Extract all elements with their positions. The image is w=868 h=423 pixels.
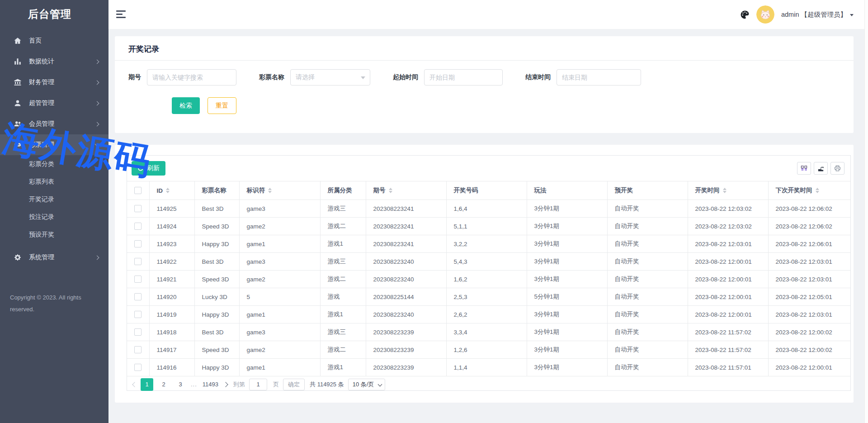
- sidebar-item-label: 数据统计: [29, 57, 95, 66]
- table-cell: Happy 3D: [194, 235, 239, 253]
- sidebar-item-lottery[interactable]: 彩票管理: [0, 134, 108, 155]
- sort-icon[interactable]: [723, 188, 726, 194]
- table-cell: 1,6,4: [446, 200, 527, 218]
- row-select-cell: [127, 323, 149, 341]
- row-checkbox[interactable]: [134, 205, 142, 212]
- page-button[interactable]: 11493: [201, 378, 220, 391]
- row-checkbox[interactable]: [134, 240, 142, 247]
- sidebar-item-finance[interactable]: 财务管理: [0, 72, 108, 93]
- end-date-input[interactable]: [557, 69, 641, 86]
- table-cell: game1: [239, 359, 320, 376]
- table-header-cell[interactable]: 标识符: [239, 181, 320, 200]
- theme-palette-icon[interactable]: [740, 10, 750, 19]
- table-cell: 202308223239: [366, 341, 446, 359]
- goto-label: 到第: [233, 380, 245, 389]
- row-select-cell: [127, 200, 149, 218]
- table-cell: 3分钟1期: [527, 253, 607, 271]
- refresh-button[interactable]: 刷新: [132, 161, 165, 176]
- confirm-button[interactable]: 确定: [283, 379, 305, 390]
- page-scrollbar[interactable]: [864, 0, 868, 423]
- table-cell: 114916: [149, 359, 194, 376]
- row-checkbox[interactable]: [134, 223, 142, 230]
- table-cell: 3分钟1期: [527, 323, 607, 341]
- sidebar-toggle-button[interactable]: [116, 10, 126, 20]
- table-cell: 3分钟1期: [527, 306, 607, 323]
- lottery-name-select[interactable]: 请选择: [290, 69, 370, 86]
- sidebar-item-home[interactable]: 首页: [0, 30, 108, 51]
- page-ellipsis: ...: [191, 381, 197, 388]
- admin-dropdown[interactable]: admin 【超级管理员】: [781, 10, 854, 19]
- issue-search-input[interactable]: [147, 69, 236, 86]
- sidebar-item-lottery-list[interactable]: 彩票列表: [0, 173, 108, 190]
- sort-icon[interactable]: [816, 188, 819, 194]
- page-unit-label: 页: [273, 380, 279, 389]
- table-row: 114920Lucky 3D5游戏2023082251442,5,35分钟1期自…: [127, 288, 850, 306]
- page-button[interactable]: 3: [174, 378, 187, 391]
- sidebar-item-superadmin[interactable]: 超管管理: [0, 93, 108, 114]
- sort-icon[interactable]: [389, 188, 392, 194]
- table-cell: 2023-08-22 12:00:02: [768, 323, 850, 341]
- sort-icon[interactable]: [268, 188, 272, 194]
- row-checkbox[interactable]: [134, 364, 142, 371]
- row-checkbox[interactable]: [134, 293, 142, 300]
- sort-icon[interactable]: [166, 188, 170, 194]
- table-cell: Speed 3D: [194, 271, 239, 288]
- row-select-cell: [127, 253, 149, 271]
- table-cell: 3分钟1期: [527, 218, 607, 235]
- next-page-button[interactable]: [223, 382, 228, 387]
- avatar[interactable]: [756, 5, 774, 24]
- page-size-select[interactable]: 10 条/页: [348, 379, 386, 390]
- table-header-cell[interactable]: ID: [149, 181, 194, 200]
- table-cell: 自动开奖: [607, 306, 688, 323]
- sidebar: 后台管理 首页 数据统计 财务管理 超管管理 会员管理 彩票: [0, 0, 108, 423]
- table-header-cell[interactable]: 开奖时间: [688, 181, 768, 200]
- chevron-right-icon: [95, 255, 99, 260]
- columns-icon[interactable]: [797, 162, 811, 175]
- row-checkbox[interactable]: [134, 258, 142, 265]
- sidebar-item-lottery-category[interactable]: 彩票分类: [0, 155, 108, 173]
- table-cell: 2023-08-22 12:03:01: [768, 306, 850, 323]
- table-cell: 3,3,4: [446, 323, 527, 341]
- gamepad-icon: [14, 141, 22, 149]
- select-all-checkbox[interactable]: [134, 187, 142, 194]
- row-checkbox[interactable]: [134, 311, 142, 318]
- chevron-down-icon: [378, 382, 382, 386]
- sidebar-item-members[interactable]: 会员管理: [0, 114, 108, 134]
- table-cell: 202308225144: [366, 288, 446, 306]
- print-icon[interactable]: [830, 162, 844, 175]
- prev-page-button[interactable]: [132, 382, 137, 387]
- sidebar-item-system[interactable]: 系统管理: [0, 247, 108, 268]
- start-date-input[interactable]: [424, 69, 503, 86]
- sidebar-item-bet-records[interactable]: 投注记录: [0, 208, 108, 226]
- table-card: 刷新: [115, 145, 854, 403]
- table-cell: 游戏1: [320, 306, 366, 323]
- table-cell: 游戏1: [320, 359, 366, 376]
- copyright-text: Copyright © 2023. All rights reserved.: [10, 292, 98, 315]
- page-button[interactable]: 2: [157, 378, 170, 391]
- search-button[interactable]: 检索: [172, 97, 200, 114]
- table-row: 114918Best 3Dgame3游戏三2023082232393,3,43分…: [127, 323, 850, 341]
- export-icon[interactable]: [814, 162, 828, 175]
- table-cell: game2: [239, 341, 320, 359]
- row-checkbox[interactable]: [134, 328, 142, 336]
- goto-page-input[interactable]: [249, 379, 267, 390]
- sidebar-item-draw-records[interactable]: 开奖记录: [0, 190, 108, 208]
- page-button[interactable]: 1: [141, 378, 153, 391]
- table-cell: 3,2,2: [446, 235, 527, 253]
- sidebar-item-statistics[interactable]: 数据统计: [0, 51, 108, 72]
- reset-button[interactable]: 重置: [208, 97, 236, 114]
- table-cell: Happy 3D: [194, 359, 239, 376]
- row-select-cell: [127, 306, 149, 323]
- row-checkbox[interactable]: [134, 346, 142, 353]
- table-header-cell: 所属分类: [320, 181, 366, 200]
- table-row: 114924Speed 3Dgame2游戏二2023082232415,1,13…: [127, 218, 850, 235]
- row-checkbox[interactable]: [134, 276, 142, 283]
- table-header-cell[interactable]: 期号: [366, 181, 446, 200]
- home-icon: [14, 37, 22, 45]
- sidebar-submenu: 彩票分类 彩票列表 开奖记录 投注记录 预设开奖: [0, 155, 108, 243]
- table-header-cell[interactable]: 下次开奖时间: [768, 181, 850, 200]
- sidebar-item-preset-draw[interactable]: 预设开奖: [0, 226, 108, 243]
- table-cell: 114922: [149, 253, 194, 271]
- table-cell: 游戏三: [320, 200, 366, 218]
- table-cell: 自动开奖: [607, 288, 688, 306]
